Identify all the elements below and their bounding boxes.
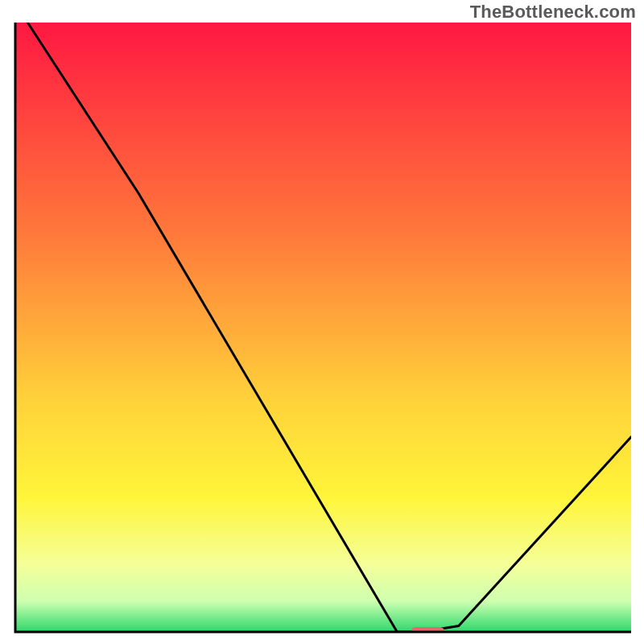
bottleneck-chart <box>0 0 644 644</box>
gradient-background <box>15 23 631 632</box>
